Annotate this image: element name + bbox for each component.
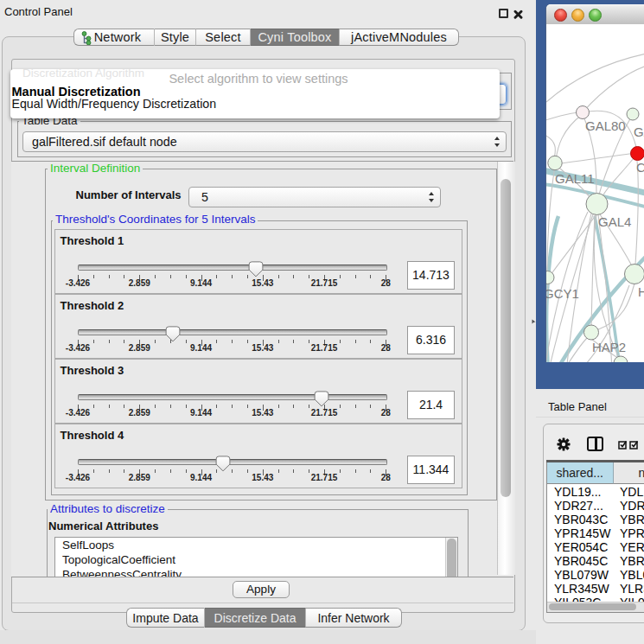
svg-text:GCY1: GCY1	[546, 286, 579, 301]
svg-text:GAL4: GAL4	[598, 214, 631, 229]
svg-text:GA: GA	[634, 124, 644, 139]
svg-text:CA: CA	[636, 160, 644, 175]
svg-text:GAL80: GAL80	[585, 118, 626, 133]
svg-text:HAP2: HAP2	[592, 340, 626, 354]
svg-text:GAL11: GAL11	[555, 171, 595, 186]
svg-text:HA: HA	[638, 284, 644, 299]
